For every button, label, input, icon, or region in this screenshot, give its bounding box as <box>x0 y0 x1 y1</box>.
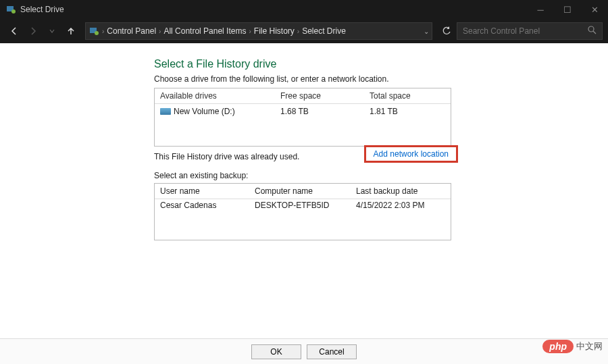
watermark-text: 中文网 <box>576 340 603 353</box>
chevron-right-icon: › <box>102 28 104 35</box>
page-title: Select a File History drive <box>154 58 581 70</box>
drive-total-space: 1.81 TB <box>364 105 451 118</box>
dialog-footer: OK Cancel <box>0 338 608 364</box>
address-dropdown-icon[interactable]: ⌄ <box>424 28 429 35</box>
recent-dropdown-icon[interactable] <box>43 22 61 40</box>
breadcrumb-item[interactable]: Control Panel <box>107 26 156 36</box>
title-bar: Select Drive ─ ☐ ✕ <box>0 0 608 19</box>
drive-free-space: 1.68 TB <box>275 105 364 118</box>
backups-table: User name Computer name Last backup date… <box>154 183 451 240</box>
main-content: Select a File History drive Choose a dri… <box>0 43 608 240</box>
window-title: Select Drive <box>20 5 527 14</box>
backup-date: 4/15/2022 2:03 PM <box>351 199 451 211</box>
table-row[interactable]: Cesar Cadenas DESKTOP-ETFB5ID 4/15/2022 … <box>155 199 451 211</box>
up-button[interactable] <box>62 22 80 40</box>
backup-computer: DESKTOP-ETFB5ID <box>249 199 351 211</box>
breadcrumb-item[interactable]: All Control Panel Items <box>163 26 246 36</box>
drives-table-body[interactable]: New Volume (D:) 1.68 TB 1.81 TB <box>155 104 451 146</box>
minimize-button[interactable]: ─ <box>527 0 554 19</box>
backup-user: Cesar Cadenas <box>155 199 249 211</box>
breadcrumb-item[interactable]: Select Drive <box>302 26 346 36</box>
search-icon <box>588 26 597 36</box>
search-input[interactable] <box>463 26 588 36</box>
chevron-right-icon: › <box>297 28 299 35</box>
address-bar[interactable]: › Control Panel › All Control Panel Item… <box>85 22 432 40</box>
refresh-button[interactable] <box>438 22 455 40</box>
backups-table-body[interactable]: Cesar Cadenas DESKTOP-ETFB5ID 4/15/2022 … <box>155 199 451 240</box>
ok-button[interactable]: OK <box>251 344 301 359</box>
column-header-total[interactable]: Total space <box>364 88 451 103</box>
close-button[interactable]: ✕ <box>581 0 608 19</box>
breadcrumb-item[interactable]: File History <box>254 26 295 36</box>
backups-table-header: User name Computer name Last backup date <box>155 184 451 199</box>
instruction-text: Choose a drive from the following list, … <box>154 74 581 84</box>
column-header-free[interactable]: Free space <box>275 88 364 103</box>
add-network-location-link[interactable]: Add network location <box>371 148 451 160</box>
svg-point-3 <box>95 31 99 35</box>
drives-table: Available drives Free space Total space … <box>154 88 451 147</box>
search-box[interactable] <box>457 22 603 40</box>
control-panel-icon <box>88 26 99 36</box>
drives-table-header: Available drives Free space Total space <box>155 88 451 104</box>
drive-name: New Volume (D:) <box>174 107 235 116</box>
back-button[interactable] <box>5 22 23 40</box>
watermark: php 中文网 <box>542 340 603 353</box>
app-icon <box>5 4 16 15</box>
nav-bar: › Control Panel › All Control Panel Item… <box>0 19 608 43</box>
table-row[interactable]: New Volume (D:) 1.68 TB 1.81 TB <box>155 104 451 119</box>
chevron-right-icon: › <box>249 28 251 35</box>
column-header-drives[interactable]: Available drives <box>155 88 275 103</box>
column-header-user[interactable]: User name <box>155 184 249 199</box>
column-header-computer[interactable]: Computer name <box>249 184 351 199</box>
watermark-badge: php <box>542 340 574 353</box>
status-text: This File History drive was already used… <box>154 149 371 161</box>
maximize-button[interactable]: ☐ <box>554 0 581 19</box>
column-header-date[interactable]: Last backup date <box>351 184 451 199</box>
existing-backup-heading: Select an existing backup: <box>154 171 581 180</box>
forward-button[interactable] <box>24 22 42 40</box>
status-row: This File History drive was already used… <box>154 149 451 161</box>
hdd-icon <box>160 108 171 115</box>
svg-point-4 <box>588 26 594 32</box>
window-controls: ─ ☐ ✕ <box>527 0 608 19</box>
chevron-right-icon: › <box>159 28 161 35</box>
svg-point-1 <box>11 9 16 14</box>
cancel-button[interactable]: Cancel <box>307 344 357 359</box>
svg-line-5 <box>593 31 596 34</box>
